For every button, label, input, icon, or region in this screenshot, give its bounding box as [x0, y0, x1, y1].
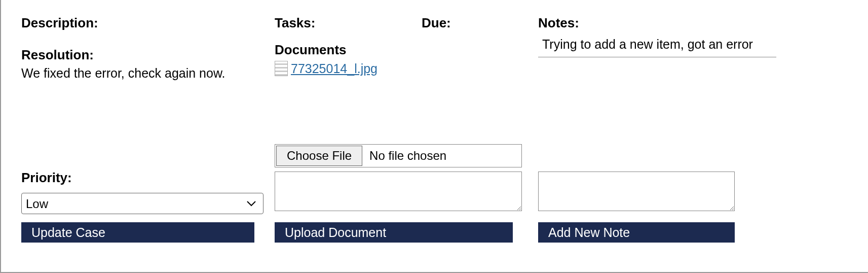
document-icon	[275, 61, 288, 76]
file-status-text: No file chosen	[363, 145, 446, 167]
notes-label: Notes:	[538, 15, 776, 31]
document-row: 77325014_l.jpg	[275, 61, 538, 76]
column-left: Description: Resolution: We fixed the er…	[21, 15, 275, 243]
upload-document-button[interactable]: Upload Document	[275, 222, 513, 243]
update-case-button[interactable]: Update Case	[21, 222, 254, 243]
priority-label: Priority:	[21, 170, 275, 186]
column-right: Notes: Trying to add a new item, got an …	[538, 15, 776, 243]
tasks-label: Tasks:	[275, 15, 422, 31]
due-label: Due:	[422, 15, 451, 31]
documents-label: Documents	[275, 42, 538, 58]
resolution-label: Resolution:	[21, 47, 275, 63]
resolution-text: We fixed the error, check again now.	[21, 66, 275, 81]
case-panel: Description: Resolution: We fixed the er…	[0, 0, 868, 273]
file-input[interactable]: Choose File No file chosen	[275, 144, 522, 167]
document-description-textarea[interactable]	[275, 172, 522, 211]
priority-select[interactable]: Low	[21, 193, 263, 214]
choose-file-button[interactable]: Choose File	[276, 146, 362, 166]
document-link[interactable]: 77325014_l.jpg	[291, 61, 378, 76]
note-entry: Trying to add a new item, got an error	[538, 34, 776, 57]
add-note-button[interactable]: Add New Note	[538, 222, 735, 243]
new-note-textarea[interactable]	[538, 172, 735, 211]
column-middle: Tasks: Due: Documents 77325014_l.jpg Cho…	[275, 15, 538, 243]
description-label: Description:	[21, 15, 275, 31]
